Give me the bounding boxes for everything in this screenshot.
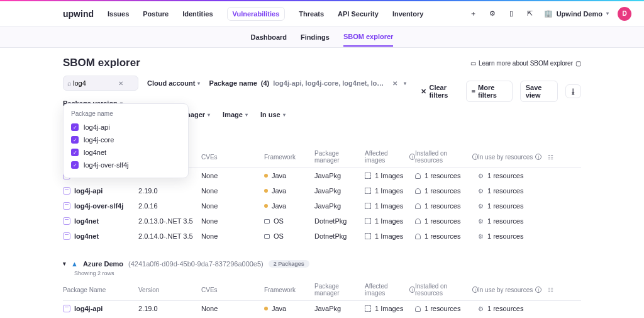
package-icon bbox=[63, 202, 70, 210]
account-switcher[interactable]: 🏢 Upwind Demo ▾ bbox=[544, 9, 609, 18]
table-header: Package Name Version CVEs Framework Pack… bbox=[63, 279, 581, 301]
nav-identities[interactable]: Identities bbox=[182, 10, 213, 18]
avatar[interactable]: D bbox=[618, 7, 631, 21]
clear-search-icon[interactable]: ✕ bbox=[116, 80, 126, 87]
resource-icon bbox=[415, 234, 421, 239]
resource-icon bbox=[415, 173, 421, 179]
info-icon[interactable]: i bbox=[472, 287, 478, 293]
java-icon bbox=[264, 204, 268, 208]
filter-in-use[interactable]: In use▾ bbox=[260, 111, 286, 118]
table-row[interactable]: log4j-api2.19.0NoneJavaJavaPkg1 Images1 … bbox=[63, 183, 581, 198]
account-label: Upwind Demo bbox=[557, 10, 602, 18]
brand-logo[interactable]: upwind bbox=[63, 9, 94, 19]
activity-icon[interactable]: ⇱ bbox=[525, 9, 535, 19]
gear-icon: ⚙ bbox=[478, 173, 484, 179]
gear-icon: ⚙ bbox=[478, 203, 484, 210]
tab-findings[interactable]: Findings bbox=[301, 28, 330, 46]
table-row[interactable]: log4net2.0.13.0-.NET 3.5NoneOSDotnetPkg1… bbox=[63, 213, 581, 229]
page-title: SBOM explorer bbox=[63, 57, 140, 69]
package-count-chip: 2 Packages bbox=[269, 260, 309, 268]
gear-icon: ⚙ bbox=[478, 218, 484, 225]
save-view-button[interactable]: Save view bbox=[520, 81, 558, 102]
clear-filters-button[interactable]: ✕ Clear filters bbox=[421, 84, 458, 99]
os-icon bbox=[264, 234, 270, 239]
nav-issues[interactable]: Issues bbox=[108, 10, 129, 18]
image-icon bbox=[365, 218, 371, 224]
filter-icon: ≡ bbox=[472, 88, 475, 95]
nav-threats[interactable]: Threats bbox=[299, 10, 324, 18]
nav-api-security[interactable]: API Security bbox=[338, 10, 379, 18]
customize-columns-icon[interactable]: ☷ bbox=[548, 287, 553, 293]
filter-package-name[interactable]: Package name (4) log4j-api, log4j-core, … bbox=[209, 79, 406, 87]
building-icon: 🏢 bbox=[544, 9, 553, 18]
book-icon: ▭ bbox=[470, 60, 476, 67]
image-icon bbox=[365, 188, 371, 194]
col-package-manager: Package manager bbox=[314, 150, 365, 164]
nav-inventory[interactable]: Inventory bbox=[392, 10, 424, 18]
chevron-down-icon: ▾ bbox=[606, 11, 609, 16]
package-icon bbox=[63, 217, 70, 225]
info-icon[interactable]: i bbox=[535, 154, 541, 160]
checkbox-icon: ✓ bbox=[71, 149, 79, 156]
image-icon bbox=[365, 233, 371, 239]
resource-icon bbox=[415, 306, 421, 312]
image-icon bbox=[365, 203, 371, 209]
gear-icon: ⚙ bbox=[478, 188, 484, 195]
sub-nav: DashboardFindingsSBOM explorer bbox=[0, 26, 644, 48]
close-icon: ✕ bbox=[421, 88, 426, 96]
nav-vulnerabilities[interactable]: Vulnerabilities bbox=[227, 7, 286, 21]
table-row[interactable]: log4j-api2.19.0NoneJavaJavaPkg1 Images1 … bbox=[63, 301, 581, 316]
nav-posture[interactable]: Posture bbox=[143, 10, 169, 18]
clear-package-filter-icon[interactable]: ✕ bbox=[390, 80, 400, 87]
azure-icon: ▲ bbox=[71, 260, 78, 268]
more-filters-button[interactable]: ≡ More filters bbox=[466, 81, 513, 102]
add-icon[interactable]: ＋ bbox=[469, 9, 479, 19]
col-version: Version bbox=[138, 287, 159, 293]
info-icon[interactable]: i bbox=[535, 287, 541, 293]
col-installed-resources: Installed on resources bbox=[415, 150, 470, 164]
package-icon bbox=[63, 187, 70, 195]
java-icon bbox=[264, 189, 268, 193]
download-button[interactable]: ⭳ bbox=[565, 84, 581, 98]
dropdown-option[interactable]: ✓log4j-core bbox=[71, 133, 180, 146]
col-installed-resources: Installed on resources bbox=[415, 283, 470, 297]
filter-image[interactable]: Image▾ bbox=[223, 111, 248, 118]
chevron-down-icon[interactable]: ▸ bbox=[62, 263, 68, 266]
info-icon[interactable]: i bbox=[409, 154, 415, 160]
dropdown-option[interactable]: ✓log4j-over-slf4j bbox=[71, 159, 180, 171]
package-icon bbox=[63, 305, 70, 312]
package-icon bbox=[63, 232, 70, 240]
checkbox-icon: ✓ bbox=[71, 136, 79, 144]
checkbox-icon: ✓ bbox=[71, 123, 79, 131]
filter-cloud-account[interactable]: Cloud account▾ bbox=[147, 79, 200, 87]
info-icon[interactable]: i bbox=[472, 154, 478, 160]
dropdown-title: Package name bbox=[71, 110, 180, 117]
panel-icon[interactable]: ▯ bbox=[506, 9, 516, 19]
image-icon bbox=[365, 173, 371, 179]
tab-sbom-explorer[interactable]: SBOM explorer bbox=[343, 28, 393, 47]
download-icon: ⭳ bbox=[570, 88, 577, 95]
search-input-wrapper: ⌕ ✕ bbox=[63, 76, 138, 91]
gear-icon[interactable]: ⚙ bbox=[487, 9, 497, 19]
table-row[interactable]: log4j-over-slf4j2.0.16NoneJavaJavaPkg1 I… bbox=[63, 198, 581, 213]
info-icon[interactable]: i bbox=[409, 287, 415, 293]
brand-text: upwind bbox=[63, 9, 94, 19]
java-icon bbox=[264, 307, 268, 310]
learn-more-label: Learn more about SBOM explorer bbox=[479, 60, 573, 67]
learn-more-link[interactable]: ▭ Learn more about SBOM explorer ▢ bbox=[470, 60, 581, 67]
col-framework: Framework bbox=[264, 287, 296, 293]
col-inuse-resources: In use by resources bbox=[478, 287, 533, 293]
search-input[interactable] bbox=[72, 79, 116, 88]
package-name-dropdown: Package name ✓log4j-api✓log4j-core✓log4n… bbox=[63, 103, 189, 178]
tab-dashboard[interactable]: Dashboard bbox=[251, 28, 287, 46]
dropdown-option[interactable]: ✓log4net bbox=[71, 146, 180, 159]
customize-columns-icon[interactable]: ☷ bbox=[548, 154, 553, 161]
table-row[interactable]: log4net2.0.14.0-.NET 3.5NoneOSDotnetPkg1… bbox=[63, 229, 581, 244]
dropdown-option[interactable]: ✓log4j-api bbox=[71, 121, 180, 133]
image-icon bbox=[365, 305, 371, 312]
col-framework: Framework bbox=[264, 154, 296, 161]
top-nav: upwind IssuesPostureIdentitiesVulnerabil… bbox=[0, 1, 644, 26]
resource-icon bbox=[415, 219, 421, 224]
filters-bar: ⌕ ✕ Cloud account▾ Package name (4) log4… bbox=[63, 76, 581, 107]
group-header[interactable]: ▸ ▲ Azure Demo (4241a0f6-d09d-45b0-9da7-… bbox=[63, 260, 581, 268]
